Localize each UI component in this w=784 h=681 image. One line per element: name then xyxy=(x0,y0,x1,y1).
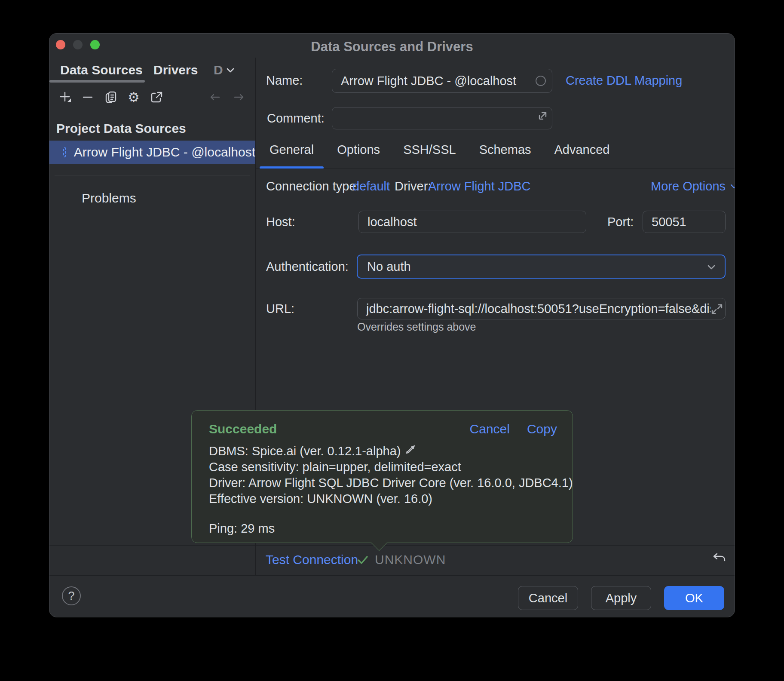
problems-item[interactable]: Problems xyxy=(82,191,136,206)
data-source-icon xyxy=(63,147,66,157)
active-tab-indicator xyxy=(49,80,145,83)
port-input[interactable]: 50051 xyxy=(643,211,726,233)
host-label: Host: xyxy=(266,215,295,229)
undo-icon[interactable] xyxy=(711,550,727,569)
footer-divider xyxy=(49,575,735,576)
project-data-sources-header: Project Data Sources xyxy=(56,121,186,136)
host-input[interactable]: localhost xyxy=(358,211,586,233)
data-source-list-item[interactable]: Arrow Flight JDBC - @localhost xyxy=(49,141,255,164)
tab-ssh-ssl[interactable]: SSH/SSL xyxy=(392,136,468,169)
test-connection-link[interactable]: Test Connection xyxy=(266,552,358,567)
name-label: Name: xyxy=(266,73,303,88)
back-arrow-icon[interactable] xyxy=(208,90,222,104)
popup-driver-line: Driver: Arrow Flight SQL JDBC Driver Cor… xyxy=(209,475,573,491)
comment-input[interactable] xyxy=(332,107,552,129)
popup-ping-line: Ping: 29 ms xyxy=(209,521,275,536)
test-connection-popup: Succeeded Cancel Copy DBMS: Spice.ai (ve… xyxy=(191,410,573,543)
add-data-source-button[interactable] xyxy=(58,90,73,104)
test-row-top-divider xyxy=(49,545,735,546)
duplicate-icon[interactable] xyxy=(104,90,118,104)
port-label: Port: xyxy=(607,215,634,229)
ok-button[interactable]: OK xyxy=(664,586,724,610)
authentication-value: No auth xyxy=(358,260,411,274)
name-loading-circle-icon xyxy=(536,76,546,86)
url-hint: Overrides settings above xyxy=(357,321,476,333)
driver-label: Driver: xyxy=(395,179,431,193)
create-ddl-mapping-link[interactable]: Create DDL Mapping xyxy=(566,73,682,88)
select-chevron-down-icon xyxy=(706,261,717,273)
more-options-label: More Options xyxy=(651,179,726,193)
apply-button[interactable]: Apply xyxy=(591,586,651,610)
popup-dbms-line: DBMS: Spice.ai (ver. 0.12.1-alpha) xyxy=(209,443,401,459)
name-value: Arrow Flight JDBC - @localhost xyxy=(332,74,516,88)
sidebar-divider xyxy=(55,175,250,175)
tab-drivers[interactable]: Drivers xyxy=(153,62,198,78)
data-source-label: Arrow Flight JDBC - @localhost xyxy=(74,145,255,160)
connection-type-value[interactable]: default xyxy=(352,179,390,193)
url-input[interactable]: jdbc:arrow-flight-sql://localhost:50051?… xyxy=(357,298,726,319)
success-check-icon xyxy=(355,552,370,570)
tab-ddl-truncated[interactable]: D xyxy=(214,62,223,78)
help-question-icon: ? xyxy=(68,589,74,603)
expand-url-icon[interactable] xyxy=(710,303,723,319)
window-title: Data Sources and Drivers xyxy=(49,39,735,55)
open-in-new-icon[interactable] xyxy=(149,90,164,104)
port-value: 50051 xyxy=(643,215,686,229)
more-options-link[interactable]: More Options xyxy=(651,179,735,193)
tab-general[interactable]: General xyxy=(258,136,325,169)
authentication-select[interactable]: No auth xyxy=(357,255,726,279)
cancel-button[interactable]: Cancel xyxy=(518,586,578,610)
popup-version-line: Effective version: UNKNOWN (ver. 16.0) xyxy=(209,491,573,507)
tab-advanced[interactable]: Advanced xyxy=(543,136,622,169)
popup-cancel-link[interactable]: Cancel xyxy=(470,422,510,436)
gear-icon[interactable]: ⚙ xyxy=(126,90,141,104)
authentication-label: Authentication: xyxy=(266,259,349,274)
settings-tabstrip: General Options SSH/SSL Schemas Advanced xyxy=(258,136,622,169)
forward-arrow-icon[interactable] xyxy=(232,90,246,104)
popup-details: DBMS: Spice.ai (ver. 0.12.1-alpha) Case … xyxy=(209,443,573,507)
help-button[interactable]: ? xyxy=(62,586,81,605)
comment-label: Comment: xyxy=(267,111,325,126)
url-value: jdbc:arrow-flight-sql://localhost:50051?… xyxy=(358,302,723,316)
tab-overflow-chevron-icon[interactable] xyxy=(225,64,236,79)
popup-case-line: Case sensitivity: plain=upper, delimited… xyxy=(209,459,573,475)
connection-type-label: Connection type: xyxy=(266,179,360,193)
data-sources-dialog: Data Sources and Drivers Data Sources Dr… xyxy=(49,33,735,617)
remove-data-source-button[interactable] xyxy=(80,90,95,104)
host-value: localhost xyxy=(359,215,416,229)
popup-status: Succeeded xyxy=(209,422,277,436)
name-input[interactable]: Arrow Flight JDBC - @localhost xyxy=(332,69,552,93)
tab-data-sources[interactable]: Data Sources xyxy=(60,62,143,78)
popup-caret xyxy=(371,535,387,551)
expand-comment-icon[interactable] xyxy=(537,110,548,124)
tab-options[interactable]: Options xyxy=(325,136,392,169)
url-label: URL: xyxy=(266,301,294,316)
popup-copy-link[interactable]: Copy xyxy=(527,422,557,436)
tab-schemas[interactable]: Schemas xyxy=(468,136,543,169)
connection-status-text: UNKNOWN xyxy=(375,552,446,567)
driver-value-link[interactable]: Arrow Flight JDBC xyxy=(428,179,531,193)
edit-pencil-icon[interactable] xyxy=(405,443,416,459)
tabstrip-divider xyxy=(255,169,735,169)
